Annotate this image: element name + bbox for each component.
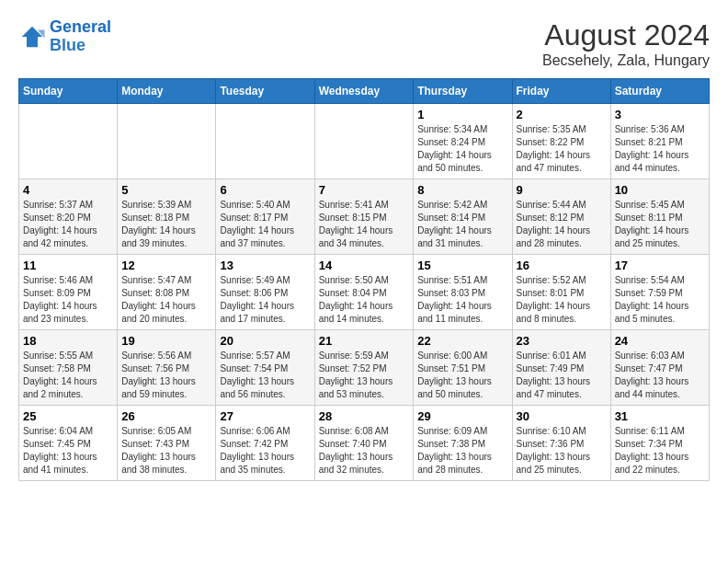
calendar-cell: 23Sunrise: 6:01 AM Sunset: 7:49 PM Dayli… <box>512 330 610 406</box>
title-section: August 2024 Becsehely, Zala, Hungary <box>542 18 710 69</box>
day-number: 23 <box>517 334 607 348</box>
calendar-cell: 22Sunrise: 6:00 AM Sunset: 7:51 PM Dayli… <box>414 330 512 406</box>
day-number: 11 <box>23 259 113 272</box>
day-info: Sunrise: 6:00 AM Sunset: 7:51 PM Dayligh… <box>417 350 507 401</box>
day-info: Sunrise: 6:06 AM Sunset: 7:42 PM Dayligh… <box>220 425 310 477</box>
day-info: Sunrise: 5:45 AM Sunset: 8:11 PM Dayligh… <box>615 199 705 250</box>
day-info: Sunrise: 6:08 AM Sunset: 7:40 PM Dayligh… <box>319 425 410 477</box>
day-header-monday: Monday <box>118 79 216 104</box>
day-info: Sunrise: 5:42 AM Sunset: 8:14 PM Dayligh… <box>417 199 507 250</box>
week-row-3: 11Sunrise: 5:46 AM Sunset: 8:09 PM Dayli… <box>19 255 710 330</box>
day-number: 6 <box>220 183 310 197</box>
day-info: Sunrise: 5:51 AM Sunset: 8:03 PM Dayligh… <box>417 274 507 326</box>
day-number: 3 <box>615 108 705 121</box>
day-info: Sunrise: 6:05 AM Sunset: 7:43 PM Dayligh… <box>121 425 211 477</box>
day-info: Sunrise: 5:55 AM Sunset: 7:58 PM Dayligh… <box>23 350 113 401</box>
day-number: 20 <box>220 334 310 348</box>
day-info: Sunrise: 5:37 AM Sunset: 8:20 PM Dayligh… <box>23 199 113 250</box>
day-header-sunday: Sunday <box>19 79 118 104</box>
day-info: Sunrise: 6:10 AM Sunset: 7:36 PM Dayligh… <box>517 425 607 477</box>
calendar-cell: 31Sunrise: 6:11 AM Sunset: 7:34 PM Dayli… <box>610 406 709 481</box>
day-number: 31 <box>615 409 705 423</box>
day-number: 9 <box>517 183 607 197</box>
calendar-cell: 4Sunrise: 5:37 AM Sunset: 8:20 PM Daylig… <box>19 179 118 255</box>
calendar-cell: 19Sunrise: 5:56 AM Sunset: 7:56 PM Dayli… <box>118 330 216 406</box>
calendar-cell: 5Sunrise: 5:39 AM Sunset: 8:18 PM Daylig… <box>118 179 216 255</box>
day-number: 13 <box>220 259 310 272</box>
svg-marker-0 <box>22 27 43 48</box>
day-number: 1 <box>417 108 507 121</box>
week-row-4: 18Sunrise: 5:55 AM Sunset: 7:58 PM Dayli… <box>19 330 710 406</box>
logo-icon <box>18 23 46 51</box>
day-info: Sunrise: 5:59 AM Sunset: 7:52 PM Dayligh… <box>319 350 410 401</box>
calendar-cell: 27Sunrise: 6:06 AM Sunset: 7:42 PM Dayli… <box>216 406 314 481</box>
calendar-cell <box>314 104 414 179</box>
calendar-cell: 17Sunrise: 5:54 AM Sunset: 7:59 PM Dayli… <box>610 255 709 330</box>
day-info: Sunrise: 5:46 AM Sunset: 8:09 PM Dayligh… <box>23 274 113 326</box>
day-number: 10 <box>615 183 705 197</box>
day-info: Sunrise: 5:44 AM Sunset: 8:12 PM Dayligh… <box>517 199 607 250</box>
day-number: 30 <box>517 409 607 423</box>
calendar-cell: 11Sunrise: 5:46 AM Sunset: 8:09 PM Dayli… <box>19 255 118 330</box>
day-info: Sunrise: 6:04 AM Sunset: 7:45 PM Dayligh… <box>23 425 113 477</box>
calendar-cell: 10Sunrise: 5:45 AM Sunset: 8:11 PM Dayli… <box>610 179 709 255</box>
calendar-cell: 6Sunrise: 5:40 AM Sunset: 8:17 PM Daylig… <box>216 179 314 255</box>
day-info: Sunrise: 5:47 AM Sunset: 8:08 PM Dayligh… <box>121 274 211 326</box>
day-number: 25 <box>23 409 113 423</box>
calendar-cell: 20Sunrise: 5:57 AM Sunset: 7:54 PM Dayli… <box>216 330 314 406</box>
day-number: 7 <box>319 183 410 197</box>
day-info: Sunrise: 5:35 AM Sunset: 8:22 PM Dayligh… <box>517 123 607 175</box>
calendar-cell: 8Sunrise: 5:42 AM Sunset: 8:14 PM Daylig… <box>414 179 512 255</box>
day-info: Sunrise: 5:57 AM Sunset: 7:54 PM Dayligh… <box>220 350 310 401</box>
week-row-2: 4Sunrise: 5:37 AM Sunset: 8:20 PM Daylig… <box>19 179 710 255</box>
day-number: 18 <box>23 334 113 348</box>
day-number: 19 <box>121 334 211 348</box>
calendar-cell: 3Sunrise: 5:36 AM Sunset: 8:21 PM Daylig… <box>610 104 709 179</box>
day-header-wednesday: Wednesday <box>314 79 414 104</box>
calendar-cell: 28Sunrise: 6:08 AM Sunset: 7:40 PM Dayli… <box>314 406 414 481</box>
logo-text: General Blue <box>50 18 111 55</box>
day-number: 12 <box>121 259 211 272</box>
day-header-saturday: Saturday <box>610 79 709 104</box>
day-header-thursday: Thursday <box>414 79 512 104</box>
day-info: Sunrise: 5:52 AM Sunset: 8:01 PM Dayligh… <box>517 274 607 326</box>
day-info: Sunrise: 6:09 AM Sunset: 7:38 PM Dayligh… <box>417 425 507 477</box>
day-number: 22 <box>417 334 507 348</box>
day-number: 17 <box>615 259 705 272</box>
day-info: Sunrise: 5:49 AM Sunset: 8:06 PM Dayligh… <box>220 274 310 326</box>
calendar-cell: 24Sunrise: 6:03 AM Sunset: 7:47 PM Dayli… <box>610 330 709 406</box>
day-info: Sunrise: 5:50 AM Sunset: 8:04 PM Dayligh… <box>319 274 410 326</box>
day-info: Sunrise: 6:01 AM Sunset: 7:49 PM Dayligh… <box>517 350 607 401</box>
day-number: 28 <box>319 409 410 423</box>
day-number: 29 <box>417 409 507 423</box>
day-info: Sunrise: 5:56 AM Sunset: 7:56 PM Dayligh… <box>121 350 211 401</box>
week-row-1: 1Sunrise: 5:34 AM Sunset: 8:24 PM Daylig… <box>19 104 710 179</box>
day-info: Sunrise: 5:54 AM Sunset: 7:59 PM Dayligh… <box>615 274 705 326</box>
calendar-cell: 18Sunrise: 5:55 AM Sunset: 7:58 PM Dayli… <box>19 330 118 406</box>
day-info: Sunrise: 5:36 AM Sunset: 8:21 PM Dayligh… <box>615 123 705 175</box>
calendar-cell: 21Sunrise: 5:59 AM Sunset: 7:52 PM Dayli… <box>314 330 414 406</box>
calendar-title: August 2024 <box>542 18 710 52</box>
calendar-cell: 1Sunrise: 5:34 AM Sunset: 8:24 PM Daylig… <box>414 104 512 179</box>
day-number: 26 <box>121 409 211 423</box>
calendar-cell <box>118 104 216 179</box>
page-header: General Blue August 2024 Becsehely, Zala… <box>18 18 710 69</box>
day-header-tuesday: Tuesday <box>216 79 314 104</box>
calendar-cell: 14Sunrise: 5:50 AM Sunset: 8:04 PM Dayli… <box>314 255 414 330</box>
calendar-cell: 30Sunrise: 6:10 AM Sunset: 7:36 PM Dayli… <box>512 406 610 481</box>
day-number: 8 <box>417 183 507 197</box>
day-number: 14 <box>319 259 410 272</box>
day-info: Sunrise: 5:41 AM Sunset: 8:15 PM Dayligh… <box>319 199 410 250</box>
calendar-cell: 16Sunrise: 5:52 AM Sunset: 8:01 PM Dayli… <box>512 255 610 330</box>
day-number: 15 <box>417 259 507 272</box>
day-header-friday: Friday <box>512 79 610 104</box>
calendar-cell: 9Sunrise: 5:44 AM Sunset: 8:12 PM Daylig… <box>512 179 610 255</box>
day-number: 16 <box>517 259 607 272</box>
day-info: Sunrise: 5:39 AM Sunset: 8:18 PM Dayligh… <box>121 199 211 250</box>
day-info: Sunrise: 6:03 AM Sunset: 7:47 PM Dayligh… <box>615 350 705 401</box>
calendar-subtitle: Becsehely, Zala, Hungary <box>542 52 710 69</box>
week-row-5: 25Sunrise: 6:04 AM Sunset: 7:45 PM Dayli… <box>19 406 710 481</box>
calendar-cell: 7Sunrise: 5:41 AM Sunset: 8:15 PM Daylig… <box>314 179 414 255</box>
calendar-cell: 25Sunrise: 6:04 AM Sunset: 7:45 PM Dayli… <box>19 406 118 481</box>
day-number: 5 <box>121 183 211 197</box>
